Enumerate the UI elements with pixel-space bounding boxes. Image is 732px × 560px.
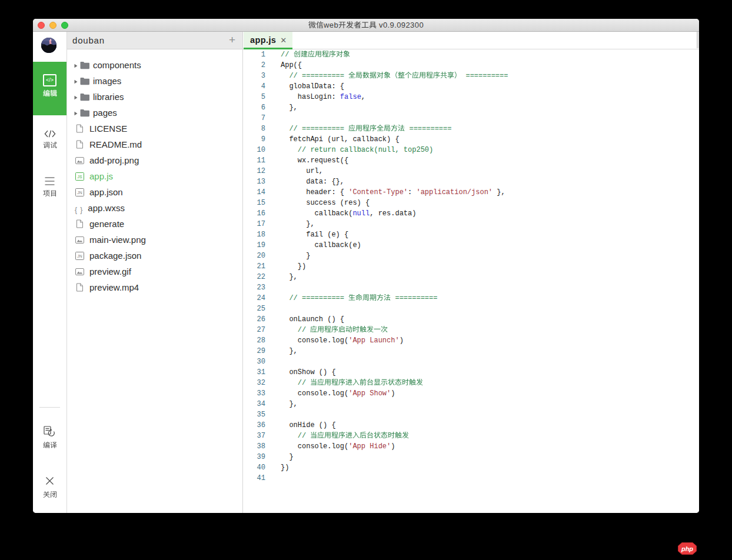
svg-text:php: php [681, 545, 693, 552]
svg-text:JN: JN [77, 254, 82, 258]
svg-text:JN: JN [77, 191, 82, 195]
svg-text:JS: JS [78, 175, 82, 179]
